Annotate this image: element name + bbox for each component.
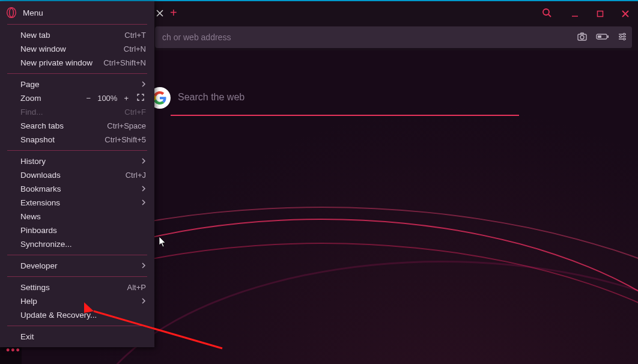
menu-shortcut: Ctrl+T	[124, 31, 146, 40]
svg-rect-1	[598, 11, 603, 17]
menu-group: Exit	[0, 326, 154, 347]
minimize-button[interactable]	[562, 1, 588, 26]
menu-item-label: Pinboards	[20, 226, 57, 235]
menu-shortcut: Ctrl+F	[124, 108, 146, 117]
menu-item-label: Downloads	[20, 171, 61, 180]
menu-item-snapshot[interactable]: SnapshotCtrl+Shift+5	[0, 133, 154, 147]
menu-item-label: Developer	[20, 261, 58, 270]
svg-point-8	[619, 35, 621, 37]
svg-point-3	[580, 35, 584, 39]
menu-shortcut: Ctrl+J	[126, 171, 146, 180]
zoom-in-button[interactable]: +	[122, 94, 130, 103]
menu-item-bookmarks[interactable]: Bookmarks	[0, 182, 154, 196]
menu-item-label: Exit	[20, 332, 34, 341]
menu-group: SettingsAlt+PHelpUpdate & Recovery...	[0, 277, 154, 326]
zoom-controls: −100%+	[85, 94, 146, 103]
menu-item-new-private-window[interactable]: New private windowCtrl+Shift+N	[0, 56, 154, 70]
window-controls	[531, 1, 638, 26]
menu-item-downloads[interactable]: DownloadsCtrl+J	[0, 168, 154, 182]
menu-item-update-recovery[interactable]: Update & Recovery...	[0, 308, 154, 322]
easy-setup-icon[interactable]	[618, 32, 627, 43]
menu-group: PageZoom−100%+Find...Ctrl+FSearch tabsCt…	[0, 74, 154, 150]
menu-item-label: Find...	[20, 108, 43, 117]
close-window-button[interactable]	[613, 1, 638, 26]
svg-point-11	[10, 8, 14, 17]
menu-item-new-window[interactable]: New windowCtrl+N	[0, 42, 154, 56]
menu-item-zoom[interactable]: Zoom−100%+	[0, 91, 154, 105]
menu-item-label: New private window	[20, 58, 93, 67]
maximize-button[interactable]	[588, 1, 613, 26]
chevron-right-icon	[142, 298, 146, 305]
address-bar-right-icons	[577, 31, 627, 44]
menu-item-label: New tab	[20, 31, 50, 40]
menu-shortcut: Ctrl+Shift+5	[105, 135, 146, 144]
opera-logo-icon	[6, 7, 17, 18]
zoom-value: 100%	[97, 94, 117, 103]
menu-item-label: Help	[20, 297, 37, 306]
search-placeholder: Search the web	[178, 92, 245, 103]
menu-item-news[interactable]: News	[0, 210, 154, 223]
svg-point-10	[7, 8, 16, 18]
menu-shortcut: Ctrl+Shift+N	[103, 58, 146, 67]
battery-saver-icon[interactable]	[596, 32, 609, 42]
menu-item-label: Page	[20, 80, 40, 89]
svg-point-9	[623, 38, 625, 40]
main-menu: Menu New tabCtrl+TNew windowCtrl+NNew pr…	[0, 1, 154, 347]
menu-shortcut: Ctrl+N	[124, 44, 146, 53]
menu-item-label: History	[20, 157, 46, 166]
menu-item-developer[interactable]: Developer	[0, 259, 154, 273]
menu-item-exit[interactable]: Exit	[0, 330, 154, 344]
menu-item-settings[interactable]: SettingsAlt+P	[0, 281, 154, 294]
new-tab-button[interactable]: +	[170, 6, 177, 20]
svg-rect-5	[598, 35, 601, 38]
menu-item-label: Extensions	[20, 198, 60, 207]
svg-point-0	[543, 9, 549, 15]
menu-item-label: News	[20, 212, 41, 221]
chevron-right-icon	[142, 186, 146, 193]
chevron-right-icon	[142, 81, 146, 88]
menu-item-new-tab[interactable]: New tabCtrl+T	[0, 28, 154, 42]
menu-item-help[interactable]: Help	[0, 294, 154, 308]
zoom-out-button[interactable]: −	[85, 94, 93, 103]
menu-header: Menu	[0, 1, 154, 24]
chevron-right-icon	[142, 262, 146, 270]
search-underline	[171, 115, 519, 116]
menu-item-label: Zoom	[20, 94, 41, 103]
menu-item-pinboards[interactable]: Pinboards	[0, 223, 154, 237]
menu-group: HistoryDownloadsCtrl+JBookmarksExtension…	[0, 151, 154, 255]
menu-item-page[interactable]: Page	[0, 77, 154, 91]
menu-item-search-tabs[interactable]: Search tabsCtrl+Space	[0, 119, 154, 133]
chevron-right-icon	[142, 199, 146, 207]
menu-shortcut: Ctrl+Space	[107, 121, 146, 130]
chevron-right-icon	[142, 158, 146, 165]
menu-item-history[interactable]: History	[0, 154, 154, 168]
search-tabs-icon[interactable]	[531, 8, 562, 20]
menu-shortcut: Alt+P	[127, 283, 146, 292]
tab-close-button[interactable]	[156, 8, 163, 19]
menu-item-label: Search tabs	[20, 121, 64, 130]
menu-item-label: Settings	[20, 283, 50, 292]
menu-group: New tabCtrl+TNew windowCtrl+NNew private…	[0, 25, 154, 73]
snapshot-icon[interactable]	[577, 31, 588, 44]
menu-item-label: Snapshot	[20, 135, 55, 144]
svg-point-7	[623, 33, 625, 35]
menu-group: Developer	[0, 255, 154, 276]
menu-item-extensions[interactable]: Extensions	[0, 196, 154, 210]
address-bar[interactable]: ch or web address	[155, 26, 632, 48]
svg-rect-6	[607, 35, 609, 38]
menu-item-label: Synchronize...	[20, 240, 72, 249]
cursor-icon	[159, 236, 167, 250]
menu-item-label: Bookmarks	[20, 184, 61, 193]
menu-item-label: Update & Recovery...	[20, 311, 97, 320]
menu-item-find: Find...Ctrl+F	[0, 105, 154, 119]
menu-title: Menu	[23, 8, 43, 17]
address-placeholder: ch or web address	[162, 32, 231, 42]
menu-item-synchronize[interactable]: Synchronize...	[0, 237, 154, 251]
menu-item-label: New window	[20, 44, 66, 53]
zoom-fullscreen-button[interactable]	[135, 94, 146, 103]
